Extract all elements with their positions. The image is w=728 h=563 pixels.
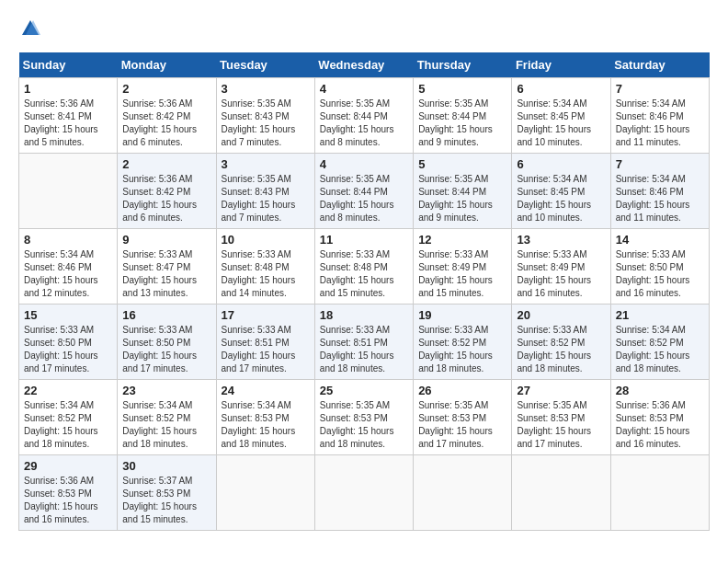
empty-cell (512, 455, 610, 531)
day-detail: Sunrise: 5:35 AMSunset: 8:43 PMDaylight:… (222, 98, 310, 149)
day-detail: Sunrise: 5:33 AMSunset: 8:48 PMDaylight:… (222, 248, 310, 300)
day-cell-6: 6Sunrise: 5:34 AMSunset: 8:45 PMDaylight… (512, 78, 610, 154)
day-number: 7 (616, 157, 704, 171)
day-number: 19 (418, 308, 506, 322)
day-detail: Sunrise: 5:35 AMSunset: 8:44 PMDaylight:… (320, 173, 408, 224)
day-cell-4: 4Sunrise: 5:35 AMSunset: 8:44 PMDaylight… (314, 154, 413, 229)
empty-cell (314, 455, 413, 531)
day-detail: Sunrise: 5:33 AMSunset: 8:51 PMDaylight:… (222, 324, 310, 375)
day-cell-14: 14Sunrise: 5:33 AMSunset: 8:50 PMDayligh… (610, 229, 709, 304)
day-number: 4 (320, 157, 408, 171)
day-number: 21 (616, 308, 704, 322)
day-number: 28 (616, 384, 704, 397)
day-number: 15 (24, 308, 112, 322)
day-cell-16: 16Sunrise: 5:33 AMSunset: 8:50 PMDayligh… (118, 304, 216, 380)
header-friday: Friday (512, 52, 610, 78)
empty-cell (19, 154, 118, 229)
logo-icon (20, 18, 40, 39)
empty-cell (414, 455, 512, 531)
day-number: 8 (24, 233, 112, 247)
day-detail: Sunrise: 5:33 AMSunset: 8:49 PMDaylight:… (517, 248, 605, 300)
day-cell-1: 1Sunrise: 5:36 AMSunset: 8:41 PMDaylight… (19, 78, 118, 154)
day-detail: Sunrise: 5:35 AMSunset: 8:53 PMDaylight:… (517, 399, 605, 451)
day-number: 22 (24, 384, 112, 397)
day-cell-2: 2Sunrise: 5:36 AMSunset: 8:42 PMDaylight… (118, 154, 216, 229)
calendar-table: SundayMondayTuesdayWednesdayThursdayFrid… (18, 52, 710, 531)
header-tuesday: Tuesday (216, 52, 314, 78)
day-number: 17 (222, 308, 310, 322)
day-number: 20 (517, 308, 605, 322)
day-cell-20: 20Sunrise: 5:33 AMSunset: 8:52 PMDayligh… (512, 304, 610, 380)
day-detail: Sunrise: 5:35 AMSunset: 8:44 PMDaylight:… (320, 98, 408, 149)
day-cell-23: 23Sunrise: 5:34 AMSunset: 8:52 PMDayligh… (118, 380, 216, 455)
day-number: 30 (122, 459, 210, 473)
day-detail: Sunrise: 5:33 AMSunset: 8:47 PMDaylight:… (122, 248, 210, 300)
day-detail: Sunrise: 5:34 AMSunset: 8:46 PMDaylight:… (616, 173, 704, 224)
day-detail: Sunrise: 5:34 AMSunset: 8:46 PMDaylight:… (616, 98, 704, 149)
day-detail: Sunrise: 5:36 AMSunset: 8:53 PMDaylight:… (616, 399, 704, 451)
day-number: 26 (418, 384, 506, 397)
day-detail: Sunrise: 5:35 AMSunset: 8:53 PMDaylight:… (320, 399, 408, 451)
day-detail: Sunrise: 5:34 AMSunset: 8:46 PMDaylight:… (24, 248, 112, 300)
day-cell-3: 3Sunrise: 5:35 AMSunset: 8:43 PMDaylight… (216, 78, 314, 154)
day-cell-5: 5Sunrise: 5:35 AMSunset: 8:44 PMDaylight… (414, 78, 512, 154)
day-number: 13 (517, 233, 605, 247)
day-cell-5: 5Sunrise: 5:35 AMSunset: 8:44 PMDaylight… (414, 154, 512, 229)
day-cell-10: 10Sunrise: 5:33 AMSunset: 8:48 PMDayligh… (216, 229, 314, 304)
day-cell-2: 2Sunrise: 5:36 AMSunset: 8:42 PMDaylight… (118, 78, 216, 154)
day-cell-19: 19Sunrise: 5:33 AMSunset: 8:52 PMDayligh… (414, 304, 512, 380)
header-sunday: Sunday (19, 52, 118, 78)
empty-cell (610, 455, 709, 531)
day-number: 5 (418, 82, 506, 96)
calendar-header-row: SundayMondayTuesdayWednesdayThursdayFrid… (19, 52, 710, 78)
day-number: 1 (24, 82, 112, 96)
day-cell-24: 24Sunrise: 5:34 AMSunset: 8:53 PMDayligh… (216, 380, 314, 455)
day-detail: Sunrise: 5:33 AMSunset: 8:52 PMDaylight:… (418, 324, 506, 375)
day-cell-26: 26Sunrise: 5:35 AMSunset: 8:53 PMDayligh… (414, 380, 512, 455)
calendar-week-2: 2Sunrise: 5:36 AMSunset: 8:42 PMDaylight… (19, 154, 710, 229)
header-saturday: Saturday (610, 52, 709, 78)
day-cell-29: 29Sunrise: 5:36 AMSunset: 8:53 PMDayligh… (19, 455, 118, 531)
day-number: 23 (122, 384, 210, 397)
day-detail: Sunrise: 5:33 AMSunset: 8:51 PMDaylight:… (320, 324, 408, 375)
day-number: 6 (517, 82, 605, 96)
day-number: 25 (320, 384, 408, 397)
day-detail: Sunrise: 5:33 AMSunset: 8:52 PMDaylight:… (517, 324, 605, 375)
day-cell-25: 25Sunrise: 5:35 AMSunset: 8:53 PMDayligh… (314, 380, 413, 455)
calendar-week-6: 29Sunrise: 5:36 AMSunset: 8:53 PMDayligh… (19, 455, 710, 531)
calendar-week-4: 15Sunrise: 5:33 AMSunset: 8:50 PMDayligh… (19, 304, 710, 380)
day-detail: Sunrise: 5:33 AMSunset: 8:50 PMDaylight:… (122, 324, 210, 375)
day-detail: Sunrise: 5:37 AMSunset: 8:53 PMDaylight:… (122, 475, 210, 526)
day-cell-21: 21Sunrise: 5:34 AMSunset: 8:52 PMDayligh… (610, 304, 709, 380)
day-number: 4 (320, 82, 408, 96)
day-number: 12 (418, 233, 506, 247)
calendar-week-1: 1Sunrise: 5:36 AMSunset: 8:41 PMDaylight… (19, 78, 710, 154)
day-cell-13: 13Sunrise: 5:33 AMSunset: 8:49 PMDayligh… (512, 229, 610, 304)
day-number: 10 (222, 233, 310, 247)
day-detail: Sunrise: 5:36 AMSunset: 8:42 PMDaylight:… (122, 173, 210, 224)
day-detail: Sunrise: 5:36 AMSunset: 8:41 PMDaylight:… (24, 98, 112, 149)
day-cell-6: 6Sunrise: 5:34 AMSunset: 8:45 PMDaylight… (512, 154, 610, 229)
day-detail: Sunrise: 5:33 AMSunset: 8:48 PMDaylight:… (320, 248, 408, 300)
day-cell-8: 8Sunrise: 5:34 AMSunset: 8:46 PMDaylight… (19, 229, 118, 304)
day-number: 5 (418, 157, 506, 171)
day-number: 27 (517, 384, 605, 397)
day-number: 29 (24, 459, 112, 473)
day-number: 18 (320, 308, 408, 322)
day-number: 24 (222, 384, 310, 397)
day-number: 14 (616, 233, 704, 247)
day-detail: Sunrise: 5:34 AMSunset: 8:52 PMDaylight:… (122, 399, 210, 451)
day-cell-7: 7Sunrise: 5:34 AMSunset: 8:46 PMDaylight… (610, 154, 709, 229)
day-number: 6 (517, 157, 605, 171)
day-detail: Sunrise: 5:35 AMSunset: 8:43 PMDaylight:… (222, 173, 310, 224)
day-number: 3 (222, 157, 310, 171)
day-cell-22: 22Sunrise: 5:34 AMSunset: 8:52 PMDayligh… (19, 380, 118, 455)
day-number: 2 (122, 157, 210, 171)
empty-cell (216, 455, 314, 531)
day-number: 3 (222, 82, 310, 96)
day-number: 2 (122, 82, 210, 96)
day-cell-28: 28Sunrise: 5:36 AMSunset: 8:53 PMDayligh… (610, 380, 709, 455)
calendar-week-5: 22Sunrise: 5:34 AMSunset: 8:52 PMDayligh… (19, 380, 710, 455)
day-cell-9: 9Sunrise: 5:33 AMSunset: 8:47 PMDaylight… (118, 229, 216, 304)
day-cell-11: 11Sunrise: 5:33 AMSunset: 8:48 PMDayligh… (314, 229, 413, 304)
